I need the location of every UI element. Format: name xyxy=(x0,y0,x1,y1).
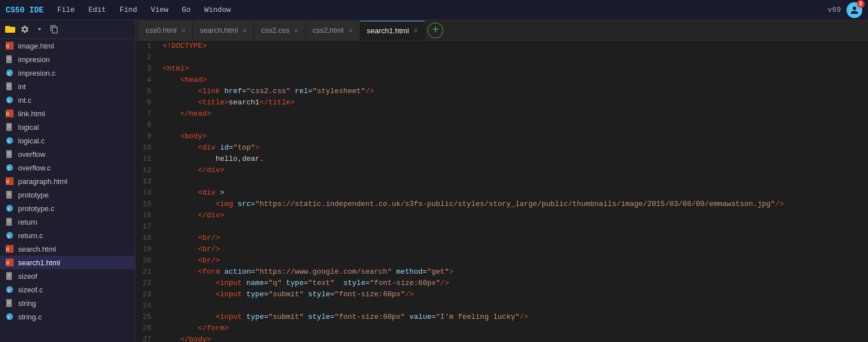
sidebar-item-return-c[interactable]: creturn.c xyxy=(0,229,135,242)
sidebar-item-label: search1.html xyxy=(18,258,60,267)
tab-css2-css[interactable]: css2.css× xyxy=(254,21,306,40)
c-file-icon: c xyxy=(5,204,15,212)
sidebar-item-sizeof-c[interactable]: csizeof.c xyxy=(0,283,135,296)
tab-close-button[interactable]: × xyxy=(294,27,298,34)
sidebar-toolbar xyxy=(0,20,135,39)
code-line-22: 22 <input name="q" type="text" style="fo… xyxy=(136,278,868,289)
menu-go[interactable]: Go xyxy=(180,3,193,16)
code-line-20: 20 <br/> xyxy=(136,255,868,266)
txt-file-icon xyxy=(5,123,15,131)
line-number: 11 xyxy=(136,154,158,165)
line-number: 12 xyxy=(136,165,158,176)
sidebar-item-search-html[interactable]: Hsearch.html xyxy=(0,242,135,256)
tab-label: search.html xyxy=(200,26,238,34)
sidebar-item-link-html[interactable]: Hlink.html xyxy=(0,107,135,120)
sidebar-item-int[interactable]: int xyxy=(0,80,135,93)
line-number: 16 xyxy=(136,210,158,221)
sidebar-item-string-c[interactable]: cstring.c xyxy=(0,310,135,323)
sidebar-item-label: image.html xyxy=(18,42,54,50)
line-content: <input type="submit" style="font-size:60… xyxy=(158,312,529,323)
tab-css2-html[interactable]: css2.html× xyxy=(306,21,360,40)
sidebar-item-label: sizeof.c xyxy=(18,286,43,294)
sidebar-item-overflow[interactable]: overflow xyxy=(0,147,135,161)
line-number: 24 xyxy=(136,300,158,312)
sidebar-item-label: search.html xyxy=(18,245,56,253)
code-line-21: 21 <form action="https://www.google.com/… xyxy=(136,266,868,278)
menu-edit[interactable]: Edit xyxy=(86,3,108,16)
menu-view[interactable]: View xyxy=(149,3,171,16)
line-number: 1 xyxy=(136,41,158,52)
sidebar-item-sizeof[interactable]: sizeof xyxy=(0,269,135,283)
code-line-27: 27 </body> xyxy=(136,334,868,342)
sidebar-item-logical[interactable]: logical xyxy=(0,120,135,134)
sidebar-item-impresion-c[interactable]: cimpresion.c xyxy=(0,66,135,80)
code-line-5: 5 <link href="css2.css" rel="stylesheet"… xyxy=(136,86,868,97)
sidebar-item-overflow-c[interactable]: coverflow.c xyxy=(0,161,135,174)
line-content: <input type="submit" style="font-size:60… xyxy=(158,289,414,300)
c-file-icon: c xyxy=(5,231,15,239)
user-avatar[interactable] xyxy=(847,2,862,18)
txt-file-icon xyxy=(5,55,15,63)
line-content: <br/> xyxy=(158,255,220,266)
txt-file-icon xyxy=(5,150,15,158)
sidebar-item-image-html[interactable]: Himage.html xyxy=(0,39,135,52)
line-content xyxy=(158,52,163,63)
menu-file[interactable]: File xyxy=(55,3,77,16)
code-line-7: 7 </head> xyxy=(136,108,868,120)
line-number: 14 xyxy=(136,187,158,199)
line-content: </head> xyxy=(158,108,211,120)
tab-label: css2.css xyxy=(261,26,289,34)
svg-text:c: c xyxy=(7,206,10,212)
line-content: <div id="top"> xyxy=(158,142,260,154)
menu-find[interactable]: Find xyxy=(117,3,139,16)
line-number: 22 xyxy=(136,278,158,289)
folder-icon[interactable] xyxy=(5,24,16,35)
sidebar-item-paragraph-html[interactable]: Hparagraph.html xyxy=(0,174,135,188)
code-line-19: 19 <br/> xyxy=(136,244,868,255)
sidebar-item-string[interactable]: string xyxy=(0,296,135,310)
settings-icon[interactable] xyxy=(19,24,30,35)
sidebar-item-label: logical xyxy=(18,123,39,131)
txt-file-icon xyxy=(5,191,15,199)
line-number: 19 xyxy=(136,244,158,255)
menu-bar: CS50 IDE File Edit Find View Go Window v… xyxy=(0,0,868,20)
html-file-icon: H xyxy=(5,245,15,253)
c-file-icon: c xyxy=(5,69,15,77)
tab-label: css2.html xyxy=(313,26,344,34)
tab-css0-html[interactable]: css0.html× xyxy=(139,21,193,40)
sidebar-item-prototype[interactable]: prototype xyxy=(0,188,135,201)
line-number: 6 xyxy=(136,97,158,108)
tab-label: css0.html xyxy=(146,26,177,34)
add-tab-button[interactable]: + xyxy=(428,23,443,38)
sidebar-item-return[interactable]: return xyxy=(0,215,135,229)
line-content: <br/> xyxy=(158,233,220,244)
tab-close-button[interactable]: × xyxy=(181,27,186,34)
main-layout: Himage.htmlimpresioncimpresion.cintcint.… xyxy=(0,20,868,342)
menu-window[interactable]: Window xyxy=(202,3,233,16)
tab-close-button[interactable]: × xyxy=(242,27,247,34)
chevron-down-icon[interactable] xyxy=(34,24,45,35)
line-number: 18 xyxy=(136,233,158,244)
c-file-icon: c xyxy=(5,164,15,172)
tab-close-button[interactable]: × xyxy=(348,27,352,34)
editor-area: css0.html×search.html×css2.css×css2.html… xyxy=(136,20,868,342)
code-line-1: 1<!DOCTYPE> xyxy=(136,41,868,52)
txt-file-icon xyxy=(5,82,15,90)
line-content: </body> xyxy=(158,334,211,342)
sidebar-item-int-c[interactable]: cint.c xyxy=(0,93,135,107)
sidebar-item-search1-html[interactable]: Hsearch1.html xyxy=(0,256,135,269)
tab-search1-html[interactable]: search1.html× xyxy=(360,21,426,40)
sidebar-item-logical-c[interactable]: clogical.c xyxy=(0,134,135,147)
code-editor[interactable]: 1<!DOCTYPE>23<html>4 <head>5 <link href=… xyxy=(136,41,868,342)
sidebar-item-prototype-c[interactable]: cprototype.c xyxy=(0,201,135,215)
code-line-13: 13 xyxy=(136,176,868,187)
sidebar-item-impresion[interactable]: impresion xyxy=(0,52,135,66)
copy-icon[interactable] xyxy=(49,24,60,35)
tab-search-html[interactable]: search.html× xyxy=(193,21,254,40)
svg-text:c: c xyxy=(7,165,10,171)
line-content: <link href="css2.css" rel="stylesheet"/> xyxy=(158,86,374,97)
tab-close-button[interactable]: × xyxy=(413,27,418,34)
line-number: 8 xyxy=(136,120,158,131)
code-line-16: 16 </div> xyxy=(136,210,868,221)
line-content: <br/> xyxy=(158,244,220,255)
